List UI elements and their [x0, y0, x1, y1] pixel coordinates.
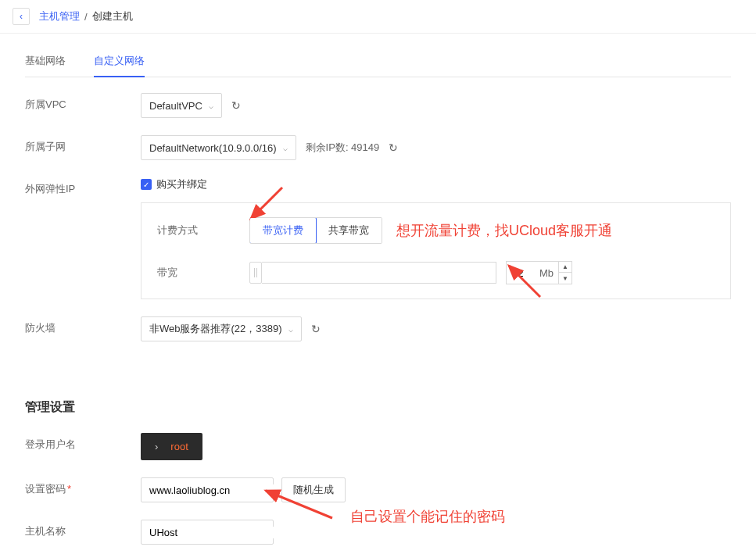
tab-basic-network[interactable]: 基础网络: [25, 46, 66, 77]
remaining-ip-text: 剩余IP数: 49149: [306, 141, 380, 155]
hostname-input-wrap: [141, 520, 274, 545]
hostname-input[interactable]: [149, 527, 281, 538]
bandwidth-slider-track[interactable]: [262, 262, 496, 284]
eip-sub-panel: 计费方式 带宽计费 共享带宽 想开流量计费，找UCloud客服开通 带宽: [141, 202, 731, 299]
subnet-select[interactable]: DefaultNetwork(10.9.0.0/16) ⌵: [141, 135, 296, 160]
subnet-value: DefaultNetwork(10.9.0.0/16): [149, 142, 277, 154]
chevron-down-icon: ⌵: [283, 144, 288, 152]
back-button[interactable]: ‹: [13, 8, 30, 25]
firewall-label: 防火墙: [25, 316, 141, 335]
bandwidth-slider-handle[interactable]: [249, 262, 262, 284]
billing-bandwidth[interactable]: 带宽计费: [249, 217, 317, 244]
random-password-button[interactable]: 随机生成: [281, 477, 346, 502]
breadcrumb-parent[interactable]: 主机管理: [39, 9, 80, 23]
bandwidth-input[interactable]: Mb ▲ ▼: [506, 261, 572, 284]
breadcrumb-separator: /: [84, 11, 88, 23]
bandwidth-label: 带宽: [157, 266, 249, 280]
password-input[interactable]: [149, 484, 281, 496]
subnet-label: 所属子网: [25, 135, 141, 154]
password-label: 设置密码*: [25, 477, 141, 496]
firewall-refresh-icon[interactable]: ↻: [311, 323, 321, 335]
password-annotation: 自己设置个能记住的密码: [350, 507, 505, 526]
vpc-value: DefaultVPC: [149, 100, 202, 112]
breadcrumb: ‹ 主机管理 / 创建主机: [0, 0, 756, 34]
billing-label: 计费方式: [157, 223, 249, 238]
billing-shared[interactable]: 共享带宽: [316, 218, 382, 243]
vpc-select[interactable]: DefaultVPC ⌵: [141, 93, 222, 118]
check-icon: ✓: [141, 179, 152, 190]
login-user-display: › root: [141, 433, 202, 460]
eip-checkbox-label: 购买并绑定: [156, 177, 207, 191]
bandwidth-unit: Mb: [535, 267, 558, 279]
eip-label: 外网弹性IP: [25, 177, 141, 196]
bandwidth-value[interactable]: [507, 267, 535, 279]
firewall-value: 非Web服务器推荐(22，3389): [149, 322, 282, 336]
billing-segment: 带宽计费 共享带宽: [249, 217, 382, 244]
chevron-down-icon: ⌵: [209, 102, 213, 110]
billing-annotation: 想开流量计费，找UCloud客服开通: [396, 221, 612, 240]
subnet-refresh-icon[interactable]: ↻: [389, 141, 398, 154]
chevron-down-icon: ⌵: [288, 325, 293, 334]
vpc-label: 所属VPC: [25, 93, 141, 112]
firewall-select[interactable]: 非Web服务器推荐(22，3389) ⌵: [141, 316, 302, 341]
breadcrumb-current: 创建主机: [92, 9, 133, 23]
eip-checkbox[interactable]: ✓ 购买并绑定: [141, 177, 207, 191]
password-input-wrap: 👁: [141, 477, 274, 502]
svg-line-1: [251, 188, 282, 219]
bandwidth-up-icon[interactable]: ▲: [559, 262, 571, 273]
bandwidth-down-icon[interactable]: ▼: [559, 273, 571, 284]
login-username: root: [170, 441, 188, 452]
tab-custom-network[interactable]: 自定义网络: [94, 46, 145, 77]
network-tabs: 基础网络 自定义网络: [25, 46, 731, 77]
vpc-refresh-icon[interactable]: ↻: [231, 99, 241, 112]
hostname-label: 主机名称: [25, 520, 141, 538]
login-label: 登录用户名: [25, 433, 141, 452]
management-title: 管理设置: [25, 399, 731, 416]
terminal-prompt-icon: ›: [155, 441, 158, 452]
